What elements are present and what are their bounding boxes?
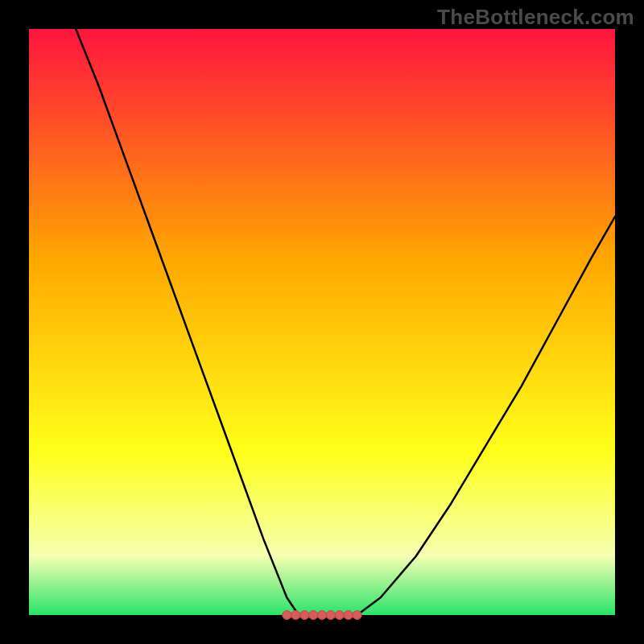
watermark-text: TheBottleneck.com (437, 5, 634, 30)
marker-layer (283, 611, 361, 620)
chart-svg (0, 0, 644, 644)
plot-area (29, 29, 615, 615)
bottom-marker (326, 611, 335, 620)
bottom-marker (300, 611, 309, 620)
bottom-marker (291, 611, 300, 620)
bottom-marker (309, 611, 318, 620)
bottom-marker (318, 611, 327, 620)
bottom-marker (335, 611, 344, 620)
bottom-marker (344, 611, 353, 620)
bottom-marker (353, 611, 361, 620)
bottom-marker (283, 611, 291, 620)
chart-frame: TheBottleneck.com (0, 0, 644, 644)
